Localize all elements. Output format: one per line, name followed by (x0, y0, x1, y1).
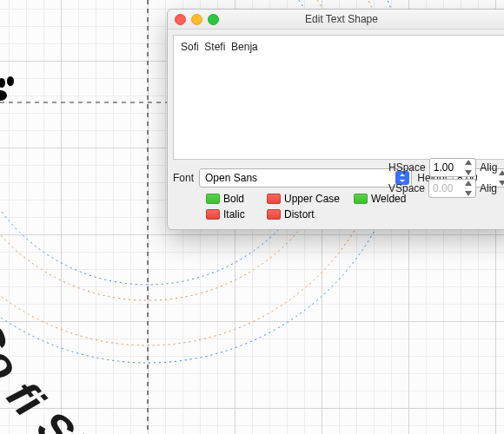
font-label: Font (173, 172, 194, 184)
edit-text-shape-dialog[interactable]: Edit Text Shape Sofi Stefi Benja Font Op… (167, 9, 504, 230)
bold-checkbox[interactable]: Bold (206, 193, 267, 205)
text-content-input[interactable]: Sofi Stefi Benja (173, 35, 504, 160)
stepper-icon[interactable] (465, 160, 474, 175)
font-value: Open Sans (205, 172, 257, 184)
close-icon[interactable] (175, 14, 186, 25)
zoom-icon[interactable] (208, 14, 219, 25)
dialog-title: Edit Text Shape (305, 13, 378, 25)
checkbox-icon (206, 209, 220, 220)
vspace-label: VSpace (388, 182, 425, 194)
align-label-1: Alig (480, 161, 504, 174)
uppercase-checkbox[interactable]: Upper Case (267, 193, 354, 205)
minimize-icon[interactable] (191, 14, 202, 25)
curved-text[interactable]: So fi Ste fi Benja (0, 314, 282, 434)
hspace-stepper[interactable]: 1.00 (429, 158, 477, 177)
checkbox-icon (267, 209, 281, 220)
checkbox-icon (267, 194, 281, 204)
vspace-value: 0.00 (433, 182, 453, 194)
checkbox-icon (354, 194, 368, 204)
hspace-label: HSpace (388, 161, 426, 174)
dialog-titlebar[interactable]: Edit Text Shape (168, 10, 504, 30)
vspace-stepper[interactable]: 0.00 (428, 179, 476, 198)
italic-checkbox[interactable]: Italic (206, 208, 267, 220)
stepper-icon[interactable] (465, 181, 474, 196)
hspace-value: 1.00 (434, 161, 454, 174)
checkbox-icon (206, 194, 220, 204)
paw-shape[interactable] (0, 76, 21, 102)
distort-checkbox[interactable]: Distort (267, 208, 354, 220)
font-select[interactable]: Open Sans (199, 168, 412, 187)
align-label-2: Alig (480, 182, 504, 194)
